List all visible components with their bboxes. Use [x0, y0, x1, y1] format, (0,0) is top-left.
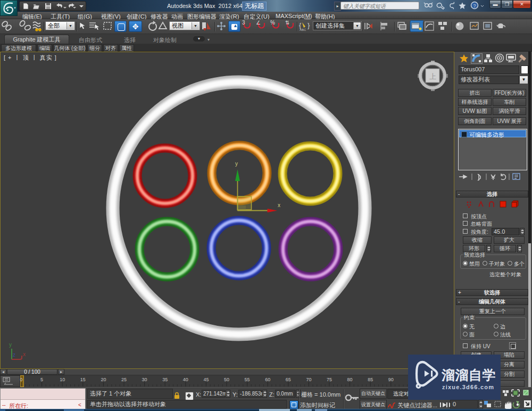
svg-text:?: ?: [473, 3, 476, 9]
svg-text:}: }: [307, 21, 310, 29]
svg-text:x: x: [278, 202, 280, 208]
svg-text:45: 45: [203, 377, 209, 382]
svg-text:90: 90: [388, 377, 394, 382]
svg-text:y: y: [235, 161, 238, 167]
svg-text:y: y: [9, 342, 12, 348]
svg-text:35: 35: [162, 377, 168, 382]
svg-text:65: 65: [286, 377, 291, 382]
svg-text:70: 70: [306, 377, 311, 382]
svg-text:5: 5: [40, 377, 43, 382]
svg-text:10: 10: [60, 377, 65, 382]
svg-text:25: 25: [121, 377, 127, 382]
svg-text:%: %: [270, 20, 275, 26]
svg-text:50: 50: [224, 377, 229, 382]
svg-text:0: 0: [20, 377, 22, 382]
svg-text:溜溜自学: 溜溜自学: [441, 367, 496, 382]
svg-text:15: 15: [80, 377, 86, 382]
svg-text:3: 3: [242, 20, 245, 26]
svg-text:20: 20: [101, 377, 106, 382]
svg-text:z: z: [13, 352, 15, 358]
svg-text:60: 60: [265, 377, 270, 382]
svg-text:80: 80: [347, 377, 353, 382]
svg-text:55: 55: [245, 377, 250, 382]
svg-text:75: 75: [327, 377, 332, 382]
svg-text:ABC: ABC: [300, 28, 306, 31]
svg-text:∠: ∠: [256, 20, 261, 26]
svg-text:85: 85: [368, 377, 373, 382]
svg-text:30: 30: [142, 377, 147, 382]
svg-text:x: x: [23, 351, 26, 357]
svg-text:⇅: ⇅: [285, 20, 289, 26]
svg-text:上: 上: [429, 72, 436, 80]
svg-text:40: 40: [183, 377, 188, 382]
svg-text:zixue.3d66.com: zixue.3d66.com: [442, 384, 494, 390]
